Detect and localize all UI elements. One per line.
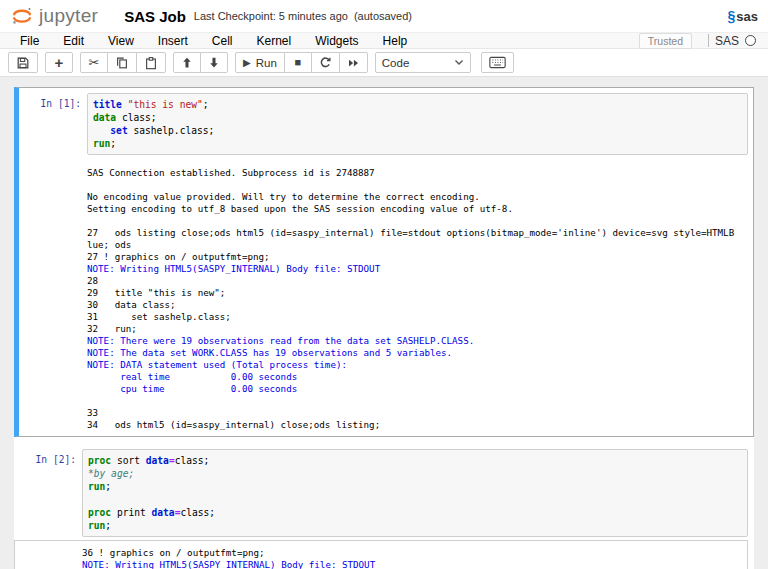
code-token: ;: [203, 99, 209, 110]
autosave-status: (autosaved): [354, 10, 412, 22]
code-token: sort: [111, 455, 146, 466]
code-line: proc sort data=class;: [88, 454, 742, 467]
code-line: data class;: [93, 111, 742, 124]
code-token: *by age;: [88, 468, 134, 479]
save-icon: [16, 56, 30, 70]
sas-brand-logo: §sas: [728, 8, 759, 24]
menu-item-edit[interactable]: Edit: [51, 34, 96, 48]
restart-run-all-button[interactable]: [339, 52, 368, 73]
cell-type-value: Code: [382, 57, 410, 69]
run-button[interactable]: ▶ Run: [235, 52, 285, 73]
code-cell-2[interactable]: In [2]:proc sort data=class;*by age;run;…: [14, 443, 754, 569]
log-line: NOTE: There were 19 observations read fr…: [87, 335, 748, 347]
header: jupyter SAS Job Last Checkpoint: 5 minut…: [0, 0, 768, 32]
paste-cells-button[interactable]: [136, 52, 166, 73]
menu-item-file[interactable]: File: [8, 34, 51, 48]
menu-item-insert[interactable]: Insert: [146, 34, 200, 48]
log-line: 32 run;: [87, 323, 748, 335]
sas-brand-text: sas: [736, 9, 758, 24]
jupyter-logo[interactable]: jupyter: [10, 4, 98, 28]
command-palette-button[interactable]: [481, 52, 514, 73]
log-line: 36 ! graphics on / outputfmt=png;: [82, 547, 743, 559]
output-block: 36 ! graphics on / outputfmt=png;NOTE: W…: [82, 547, 743, 569]
code-token: run: [88, 481, 105, 492]
log-line: SAS Connection established. Subprocess i…: [87, 167, 748, 179]
input-area: In [1]:title "this is new";data class; s…: [24, 93, 748, 155]
log-line: 30 data class;: [87, 299, 748, 311]
restart-icon: [319, 56, 332, 69]
checkpoint-status: Last Checkpoint: 5 minutes ago: [194, 10, 348, 22]
copy-cells-button[interactable]: [107, 52, 137, 73]
cut-icon: ✂: [89, 56, 100, 69]
menu-item-help[interactable]: Help: [371, 34, 420, 48]
save-button[interactable]: [8, 52, 38, 73]
input-prompt: In [1]:: [24, 93, 87, 155]
log-line: NOTE: DATA statement used (Total process…: [87, 359, 748, 371]
add-cell-icon: +: [55, 55, 64, 70]
log-line: 31 set sashelp.class;: [87, 311, 748, 323]
log-line: [87, 395, 748, 407]
code-line: title "this is new";: [93, 98, 742, 111]
output-block: SAS Connection established. Subprocess i…: [87, 167, 748, 179]
cell-type-select[interactable]: Code: [375, 52, 471, 73]
code-token: data: [93, 112, 116, 123]
add-cell-button[interactable]: +: [45, 52, 73, 73]
output-prompt: [24, 165, 87, 431]
code-token: set: [110, 125, 127, 136]
log-line: 27 ods listing close;ods html5 (id=saspy…: [87, 227, 748, 239]
input-area: In [2]:proc sort data=class;*by age;run;…: [19, 449, 748, 537]
menu-item-kernel[interactable]: Kernel: [245, 34, 304, 48]
notebook-container: In [1]:title "this is new";data class; s…: [14, 87, 754, 569]
code-token: data: [146, 455, 169, 466]
move-cell-up-button[interactable]: [173, 52, 201, 73]
log-line: NOTE: The data set WORK.CLASS has 19 obs…: [87, 347, 748, 359]
code-line: run;: [93, 137, 742, 150]
code-token: ;: [105, 481, 111, 492]
cut-cells-button[interactable]: ✂: [80, 52, 108, 73]
menubar-right: Trusted SAS: [639, 33, 760, 49]
log-line: Setting encoding to utf_8 based upon the…: [87, 203, 748, 215]
keyboard-icon: [489, 56, 506, 69]
notebook-title[interactable]: SAS Job: [124, 8, 186, 25]
code-token: [93, 125, 110, 136]
code-token: ;: [110, 138, 116, 149]
jupyter-planet-icon: [10, 4, 34, 28]
trusted-badge[interactable]: Trusted: [639, 33, 692, 49]
menu-item-view[interactable]: View: [96, 34, 146, 48]
code-token: class;: [175, 455, 210, 466]
code-line: [88, 493, 742, 506]
interrupt-kernel-button[interactable]: ■: [284, 52, 312, 73]
log-line: 34 ods html5 (id=saspy_internal) close;o…: [87, 419, 748, 431]
run-icon: ▶: [243, 58, 251, 68]
output-block: 27 ods listing close;ods html5 (id=saspy…: [87, 227, 748, 431]
menu-item-cell[interactable]: Cell: [200, 34, 245, 48]
copy-icon: [115, 56, 129, 70]
code-cell-1[interactable]: In [1]:title "this is new";data class; s…: [14, 87, 754, 437]
code-token: data: [152, 507, 175, 518]
code-token: class;: [116, 112, 156, 123]
code-token: sashelp.class;: [128, 125, 215, 136]
kernel-name: SAS: [715, 34, 739, 48]
code-token: proc: [88, 507, 111, 518]
code-token: run: [88, 520, 105, 531]
code-token: class;: [180, 507, 215, 518]
toolbar: + ✂: [0, 49, 768, 77]
output-area: SAS Connection established. Subprocess i…: [24, 165, 748, 431]
log-line: cpu time 0.00 seconds: [87, 383, 748, 395]
restart-kernel-button[interactable]: [311, 52, 340, 73]
code-editor[interactable]: title "this is new";data class; set sash…: [87, 93, 748, 155]
jupyter-wordmark: jupyter: [39, 5, 98, 27]
log-line: 27 ! graphics on / outputfmt=png;: [87, 251, 748, 263]
code-line: proc print data=class;: [88, 506, 742, 519]
code-token: "this is new": [128, 99, 203, 110]
menu-item-widgets[interactable]: Widgets: [303, 34, 370, 48]
kernel-idle-indicator-icon: [745, 35, 756, 46]
input-prompt: In [2]:: [19, 449, 82, 537]
menu-items: FileEditViewInsertCellKernelWidgetsHelp: [8, 34, 419, 48]
paste-icon: [144, 56, 158, 70]
move-cell-down-button[interactable]: [200, 52, 228, 73]
code-token: title: [93, 99, 122, 110]
code-line: run;: [88, 519, 742, 532]
code-editor[interactable]: proc sort data=class;*by age;run;proc pr…: [82, 449, 748, 537]
log-line: No encoding value provided. Will try to …: [87, 191, 748, 203]
